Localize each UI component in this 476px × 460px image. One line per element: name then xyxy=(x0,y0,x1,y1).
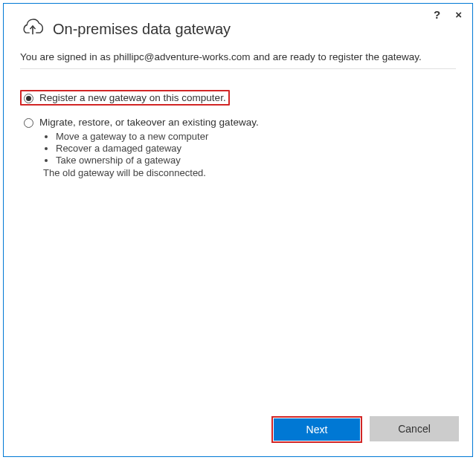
dialog-content: On-premises data gateway You are signed … xyxy=(4,4,472,406)
radio-register[interactable] xyxy=(24,94,33,103)
dialog-title: On-premises data gateway xyxy=(53,21,231,38)
option-migrate[interactable]: Migrate, restore, or takeover an existin… xyxy=(20,114,456,181)
window-controls: ? × xyxy=(431,7,465,22)
list-item: Recover a damaged gateway xyxy=(56,143,259,154)
list-item: Move a gateway to a new computer xyxy=(56,131,259,142)
migrate-bullets: Move a gateway to a new computer Recover… xyxy=(56,131,259,166)
list-item: Take ownership of a gateway xyxy=(56,155,259,166)
title-row: On-premises data gateway xyxy=(20,17,456,41)
option-migrate-label: Migrate, restore, or takeover an existin… xyxy=(39,117,259,128)
cloud-upload-icon xyxy=(20,17,45,41)
close-icon[interactable]: × xyxy=(452,7,465,22)
subtitle-prefix: You are signed in as xyxy=(20,51,114,62)
subtitle-email: phillipc@adventure-works.com xyxy=(114,51,251,62)
help-icon[interactable]: ? xyxy=(431,7,443,22)
signed-in-text: You are signed in as phillipc@adventure-… xyxy=(20,51,456,62)
gateway-dialog: ? × On-premises data gateway You are sig… xyxy=(3,3,473,457)
migrate-note: The old gateway will be disconnected. xyxy=(43,167,259,178)
option-register-new[interactable]: Register a new gateway on this computer. xyxy=(20,90,230,106)
radio-migrate[interactable] xyxy=(24,118,33,128)
next-button[interactable]: Next xyxy=(274,418,360,441)
dialog-footer: Next Cancel xyxy=(4,406,472,456)
next-button-highlight: Next xyxy=(271,416,362,443)
subtitle-suffix: and are ready to register the gateway. xyxy=(251,51,422,62)
divider xyxy=(20,68,456,69)
cancel-button[interactable]: Cancel xyxy=(370,416,459,441)
option-register-label: Register a new gateway on this computer. xyxy=(39,92,226,103)
